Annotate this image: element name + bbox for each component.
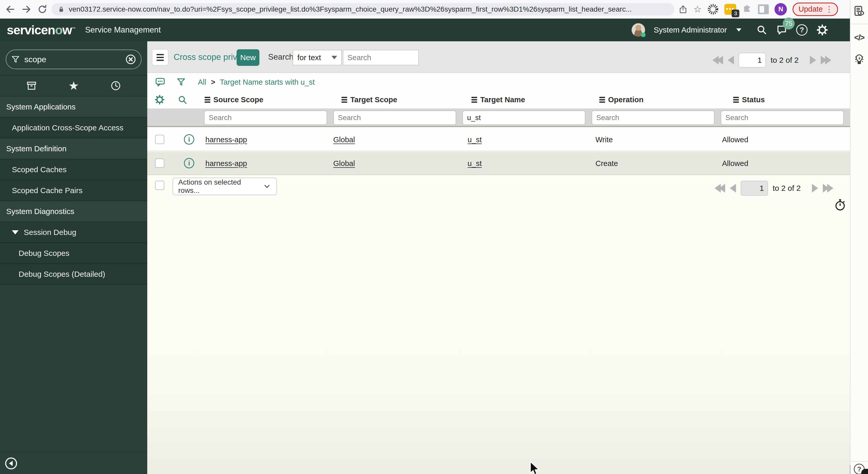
next-page-button[interactable]	[812, 184, 818, 193]
strip-divider	[850, 24, 868, 24]
settings-gear-icon[interactable]	[816, 24, 828, 36]
sidebar-item-debug-scopes[interactable]: Debug Scopes	[0, 243, 147, 264]
sidebar-item-scoped-caches[interactable]: Scoped Caches	[0, 159, 147, 180]
browser-refresh-icon[interactable]	[37, 4, 48, 15]
extensions-puzzle-icon[interactable]	[742, 4, 752, 14]
user-menu-caret-icon[interactable]	[736, 28, 741, 32]
last-page-button[interactable]	[821, 56, 831, 65]
filter-status-input[interactable]	[721, 110, 844, 125]
code-panel-icon[interactable]: </>	[854, 33, 864, 42]
list-search-input[interactable]	[343, 50, 419, 65]
cell-status: Allowed	[722, 128, 748, 151]
sidebar-section-system-applications[interactable]: System Applications	[0, 97, 147, 117]
search-type-value: for text	[297, 53, 321, 62]
breadcrumb-filter-link[interactable]: Target Name starts with u_st	[220, 78, 315, 86]
global-search-icon[interactable]	[756, 25, 767, 35]
breadcrumb-funnel-icon[interactable]	[176, 77, 186, 87]
previous-page-button[interactable]	[730, 184, 736, 193]
collapse-sidebar-button[interactable]	[5, 458, 17, 469]
sidebar-section-system-diagnostics[interactable]: System Diagnostics	[0, 201, 147, 222]
nav-label: Debug Scopes	[19, 249, 69, 258]
extension-spinner-icon[interactable]	[707, 4, 719, 15]
last-page-button[interactable]	[823, 184, 833, 193]
reading-list-icon[interactable]	[853, 5, 865, 17]
filter-operation-input[interactable]	[592, 110, 715, 125]
sidebar-footer-divider	[0, 452, 147, 452]
new-record-button[interactable]: New	[237, 49, 259, 66]
cell-source-scope-link[interactable]: harness-app	[206, 159, 247, 168]
notification-badge: 75	[783, 18, 795, 29]
sidebar-item-debug-scopes-detailed[interactable]: Debug Scopes (Detailed)	[0, 264, 147, 285]
top-pager: to 2 of 2	[712, 53, 831, 68]
share-icon[interactable]	[678, 5, 688, 14]
browser-profile-avatar[interactable]: N	[774, 3, 787, 15]
column-header-target-scope[interactable]: Target Scope	[342, 91, 397, 108]
user-name[interactable]: System Administrator	[654, 26, 727, 34]
browser-menu-icon[interactable]: ⋮	[826, 5, 833, 13]
bookmark-star-icon[interactable]: ☆	[693, 5, 702, 14]
tab-favorites[interactable]: ★	[68, 80, 79, 92]
response-time-icon[interactable]	[834, 199, 846, 211]
list-chat-icon[interactable]	[155, 77, 165, 87]
cell-target-scope-link[interactable]: Global	[333, 136, 355, 144]
column-filter-row	[147, 108, 850, 127]
table-row: i harness-app Global u_st Write Allowed	[147, 128, 850, 151]
filter-target-name-input[interactable]	[462, 110, 585, 125]
side-panel-icon[interactable]	[758, 4, 769, 14]
column-search-toggle-icon[interactable]	[178, 95, 188, 105]
column-header-target-name[interactable]: Target Name	[471, 91, 525, 108]
row-checkbox[interactable]	[155, 159, 164, 168]
breadcrumb-all-link[interactable]: All	[198, 78, 206, 86]
list-context-menu-button[interactable]	[152, 49, 168, 66]
filter-source-scope-input[interactable]	[204, 110, 327, 125]
sidebar-section-system-definition[interactable]: System Definition	[0, 138, 147, 159]
column-header-operation[interactable]: Operation	[599, 91, 644, 108]
first-page-button[interactable]	[712, 56, 723, 65]
row-checkbox[interactable]	[155, 135, 164, 144]
row-info-icon[interactable]: i	[184, 158, 194, 168]
previous-page-button[interactable]	[728, 56, 734, 65]
cell-target-name-link[interactable]: u_st	[468, 136, 482, 144]
filter-target-scope-input[interactable]	[333, 110, 456, 125]
actions-dropdown[interactable]: Actions on selected rows...	[173, 178, 277, 195]
navigator-filter[interactable]	[6, 49, 142, 69]
page-number-input[interactable]	[741, 181, 768, 196]
row-info-icon[interactable]: i	[184, 134, 194, 144]
first-page-button[interactable]	[715, 184, 725, 193]
list-personalize-gear-icon[interactable]	[154, 95, 165, 105]
extension-chat-icon[interactable]: 3	[724, 4, 736, 15]
product-title: Service Management	[85, 25, 161, 35]
cell-target-name-link[interactable]: u_st	[468, 159, 482, 168]
browser-back-icon[interactable]	[5, 4, 16, 15]
help-icon[interactable]: ?	[796, 24, 808, 36]
search-label: Search	[268, 41, 293, 73]
user-avatar[interactable]	[632, 23, 645, 37]
browser-forward-icon[interactable]	[21, 4, 32, 15]
column-header-status[interactable]: Status	[733, 91, 765, 108]
lightbulb-icon[interactable]	[853, 53, 865, 66]
url-bar[interactable]: ven03172.service-now.com/nav_to.do?uri=%…	[52, 3, 674, 15]
cell-source-scope-link[interactable]: harness-app	[206, 136, 247, 144]
nav-label: Scoped Caches	[12, 165, 67, 174]
sidebar-item-application-cross-scope-access[interactable]: Application Cross-Scope Access	[0, 117, 147, 138]
nav-label: Debug Scopes (Detailed)	[19, 270, 105, 278]
row-count-summary: to 2 of 2	[771, 56, 799, 65]
navigator-filter-input[interactable]	[24, 55, 121, 64]
expanded-caret-icon[interactable]	[12, 230, 19, 234]
sidebar-item-scoped-cache-pairs[interactable]: Scoped Cache Pairs	[0, 180, 147, 201]
list-content: Cross scope privileges New Search for te…	[147, 41, 850, 474]
sidebar-item-session-debug[interactable]: Session Debug	[0, 222, 147, 243]
cell-target-scope-link[interactable]: Global	[333, 159, 355, 168]
next-page-button[interactable]	[810, 56, 816, 65]
select-all-checkbox[interactable]	[155, 181, 164, 190]
browser-update-button[interactable]: Update ⋮	[793, 3, 838, 16]
tab-all-applications[interactable]	[26, 80, 37, 91]
select-arrow-icon	[332, 56, 337, 59]
page-number-input[interactable]	[739, 53, 766, 68]
connect-chat-icon[interactable]: 75	[776, 24, 787, 36]
column-header-source-scope[interactable]: Source Scope	[205, 91, 263, 108]
actions-dropdown-label: Actions on selected rows...	[178, 178, 263, 195]
clear-filter-icon[interactable]	[125, 54, 136, 65]
search-type-select[interactable]: for text	[293, 50, 342, 65]
tab-history[interactable]	[110, 80, 121, 91]
